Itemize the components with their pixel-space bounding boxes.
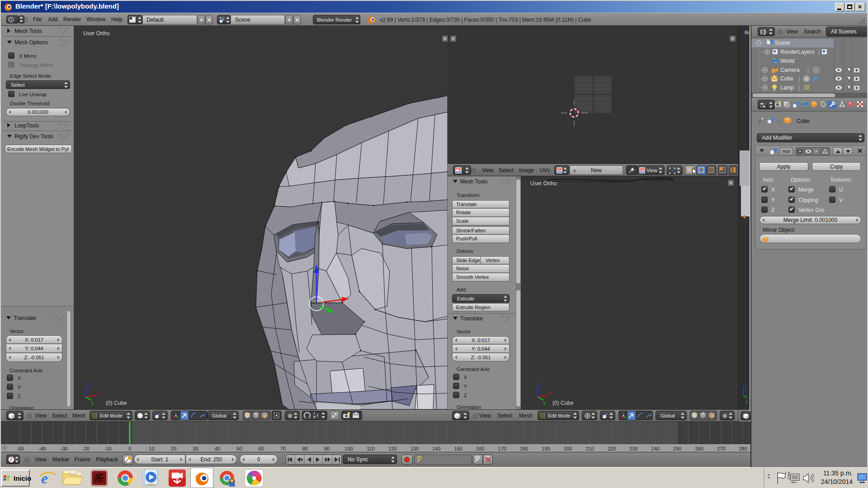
svg-text:z: z [745, 383, 747, 388]
svg-text:0: 0 [128, 446, 131, 451]
svg-text:190: 190 [542, 446, 550, 451]
svg-text:30: 30 [193, 446, 198, 451]
svg-text:100: 100 [344, 446, 353, 451]
svg-text:y: y [745, 399, 748, 404]
svg-text:|: | [798, 75, 800, 82]
svg-text:User Ortho: User Ortho [530, 180, 557, 187]
svg-text:50: 50 [236, 446, 242, 451]
svg-text:210: 210 [585, 446, 594, 451]
svg-text:10: 10 [149, 446, 154, 451]
svg-text:230: 230 [629, 446, 637, 451]
svg-text:160: 160 [476, 446, 484, 451]
svg-text:y: y [91, 400, 94, 405]
svg-text:140: 140 [432, 446, 440, 451]
svg-text:260: 260 [695, 446, 703, 451]
svg-text:Camera: Camera [780, 67, 800, 73]
svg-text:(0) Cube: (0) Cube [106, 400, 127, 406]
svg-text:220: 220 [608, 446, 616, 451]
svg-text:200: 200 [564, 446, 572, 451]
svg-text:-40: -40 [38, 446, 46, 451]
svg-text:z: z [539, 381, 542, 387]
svg-text:60: 60 [259, 446, 264, 451]
svg-text:x: x [549, 390, 552, 396]
svg-text:-30: -30 [61, 446, 68, 451]
svg-text:z: z [87, 381, 90, 387]
svg-text:RenderLayers: RenderLayers [780, 49, 814, 55]
svg-text:120: 120 [388, 446, 396, 451]
svg-text:180: 180 [520, 446, 528, 451]
svg-text:70: 70 [280, 446, 286, 451]
svg-text:y: y [543, 400, 546, 405]
svg-text:User Ortho: User Ortho [83, 30, 110, 37]
svg-text:World: World [780, 58, 794, 64]
svg-text:240: 240 [651, 446, 660, 451]
svg-text:|: | [798, 84, 800, 91]
svg-text:Scene: Scene [775, 40, 790, 46]
svg-text:80: 80 [302, 446, 307, 451]
svg-text:-20: -20 [82, 446, 90, 451]
svg-text:20: 20 [171, 446, 176, 451]
svg-text:110: 110 [367, 446, 375, 451]
svg-text:40: 40 [215, 446, 220, 451]
svg-text:x: x [97, 390, 99, 396]
svg-text:170: 170 [498, 446, 506, 451]
svg-text:|: | [807, 67, 809, 73]
svg-text:Lamp: Lamp [780, 84, 794, 91]
svg-text:|: | [818, 49, 820, 55]
svg-text:280: 280 [739, 446, 747, 451]
svg-text:-10: -10 [104, 446, 112, 451]
svg-text:150: 150 [454, 446, 462, 451]
svg-text:250: 250 [673, 446, 681, 451]
svg-text:Cube: Cube [780, 75, 793, 82]
svg-text:130: 130 [410, 446, 419, 451]
svg-text:90: 90 [324, 446, 330, 451]
svg-text:-50: -50 [17, 446, 24, 451]
svg-text:270: 270 [717, 446, 725, 451]
svg-text:(0) Cube: (0) Cube [552, 400, 574, 406]
